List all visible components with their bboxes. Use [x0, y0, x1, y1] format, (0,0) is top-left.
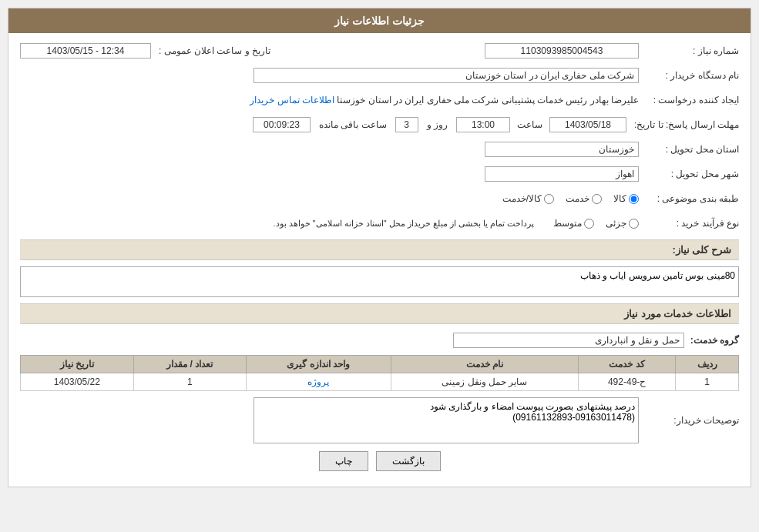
buyer-notes-label: توصیحات خریدار: [639, 415, 739, 426]
reply-remain-label: ساعت باقی مانده [319, 119, 387, 130]
purchase-type-jozee-radio[interactable] [629, 219, 639, 229]
service-group-label: گروه خدمت: [690, 335, 739, 346]
purchase-type-jozee: جزئی [606, 218, 639, 229]
reply-day-label: روز و [427, 119, 448, 130]
purchase-type-motavasset: متوسط [553, 218, 594, 229]
city-label: شهر محل تحویل : [639, 169, 739, 179]
category-kala: کالا [613, 193, 639, 204]
buyer-org-row: نام دستگاه خریدار : شرکت ملی حفاری ایران… [20, 65, 739, 85]
cell-code: ح-49-492 [579, 373, 676, 391]
col-date: تاریخ نیاز [21, 356, 134, 373]
col-row-num: ردیف [676, 356, 739, 373]
province-row: استان محل تحویل : خوزستان [20, 139, 739, 159]
category-khedmat: خدمت [566, 193, 602, 204]
col-qty: تعداد / مقدار [133, 356, 246, 373]
purchase-type-note: پرداخت تمام یا بخشی از مبلغ خریداز محل "… [273, 219, 534, 229]
reply-deadline-label: مهلت ارسال پاسخ: تا تاریخ: [626, 119, 739, 130]
creator-row: ایجاد کننده درخواست : علیرضا بهادر رئیس … [20, 90, 739, 110]
purchase-type-motavasset-radio[interactable] [584, 219, 594, 229]
panel-title: جزئیات اطلاعات نیاز [334, 15, 425, 27]
print-button[interactable]: چاپ [319, 451, 368, 471]
service-group-value: حمل و نقل و انبارداری [453, 333, 684, 348]
reply-days: 3 [395, 117, 418, 132]
category-khedmat-radio[interactable] [592, 194, 602, 204]
province-label: استان محل تحویل : [639, 144, 739, 155]
services-section-header: اطلاعات خدمات مورد نیاز [20, 303, 739, 324]
col-name: نام خدمت [391, 356, 578, 373]
category-radio-group: کالا خدمت کالا/خدمت [502, 193, 639, 204]
contact-link[interactable]: اطلاعات تماس خریدار [250, 95, 334, 105]
category-kala-label: کالا [613, 193, 626, 204]
need-number-row: شماره نیاز : 1103093985004543 تاریخ و سا… [20, 41, 739, 61]
reply-remain: 00:09:23 [253, 117, 311, 132]
category-kala-khedmat: کالا/خدمت [502, 193, 554, 204]
category-khedmat-label: خدمت [566, 193, 589, 204]
cell-name: سایر حمل ونقل زمینی [391, 373, 578, 391]
creator-label: ایجاد کننده درخواست : [639, 95, 739, 105]
back-button[interactable]: بازگشت [376, 451, 441, 471]
category-kala-khedmat-radio[interactable] [544, 194, 554, 204]
buyer-org-label: نام دستگاه خریدار : [639, 70, 739, 81]
reply-date: 1403/05/18 [549, 117, 626, 132]
reply-time: 13:00 [456, 117, 510, 132]
need-number-label: شماره نیاز : [639, 45, 739, 56]
city-row: شهر محل تحویل : اهواز [20, 164, 739, 184]
reply-date-time: 1403/05/18 ساعت 13:00 روز و 3 ساعت باقی … [253, 117, 626, 132]
category-kala-khedmat-label: کالا/خدمت [502, 193, 542, 204]
buyer-notes-row: توصیحات خریدار: [20, 397, 739, 443]
need-desc-label: شرح کلی نیاز: [672, 244, 731, 256]
cell-date: 1403/05/22 [21, 373, 134, 391]
announce-date-value: 1403/05/15 - 12:34 [20, 43, 151, 59]
services-section-label: اطلاعات خدمات مورد نیاز [624, 308, 731, 320]
cell-qty: 1 [133, 373, 246, 391]
reply-deadline-row: مهلت ارسال پاسخ: تا تاریخ: 1403/05/18 سا… [20, 115, 739, 135]
main-panel: جزئیات اطلاعات نیاز شماره نیاز : 1103093… [8, 8, 751, 487]
reply-time-label: ساعت [517, 119, 542, 130]
purchase-type-motavasset-label: متوسط [553, 218, 582, 229]
category-kala-radio[interactable] [629, 194, 639, 204]
buyer-org-value: شرکت ملی حفاری ایران در استان خوزستان [254, 68, 639, 83]
footer-buttons: بازگشت چاپ [20, 451, 739, 471]
table-row: 1 ح-49-492 سایر حمل ونقل زمینی پروژه 1 1… [21, 373, 739, 391]
category-label: طبقه بندی موضوعی : [639, 193, 739, 204]
purchase-type-radio-group: جزئی متوسط پرداخت تمام یا بخشی از مبلغ خ… [273, 218, 639, 229]
announce-date-label: تاریخ و ساعت اعلان عمومی : [151, 45, 270, 56]
services-table: ردیف کد خدمت نام خدمت واحد اندازه گیری ت… [20, 355, 739, 391]
need-number-value: 1103093985004543 [485, 43, 639, 59]
province-value: خوزستان [485, 142, 639, 157]
need-desc-textarea[interactable] [20, 266, 739, 297]
col-unit: واحد اندازه گیری [247, 356, 391, 373]
service-group-row: گروه خدمت: حمل و نقل و انبارداری [20, 330, 739, 350]
category-row: طبقه بندی موضوعی : کالا خدمت کالا/خدمت [20, 189, 739, 209]
panel-header: جزئیات اطلاعات نیاز [8, 8, 751, 33]
col-code: کد خدمت [579, 356, 676, 373]
panel-body: شماره نیاز : 1103093985004543 تاریخ و سا… [8, 33, 751, 487]
need-desc-section-header: شرح کلی نیاز: [20, 239, 739, 260]
purchase-type-label: نوع فرآیند خرید : [639, 218, 739, 229]
cell-row-num: 1 [676, 373, 739, 391]
creator-value: علیرضا بهادر رئیس خدمات پشتیبانی شرکت مل… [337, 95, 639, 105]
buyer-notes-textarea[interactable] [254, 397, 639, 443]
purchase-type-jozee-label: جزئی [606, 218, 626, 229]
need-desc-row [20, 266, 739, 297]
page-container: جزئیات اطلاعات نیاز شماره نیاز : 1103093… [0, 0, 759, 532]
cell-unit[interactable]: پروژه [247, 373, 391, 391]
city-value: اهواز [485, 166, 639, 182]
purchase-type-row: نوع فرآیند خرید : جزئی متوسط پرداخت تمام… [20, 213, 739, 233]
